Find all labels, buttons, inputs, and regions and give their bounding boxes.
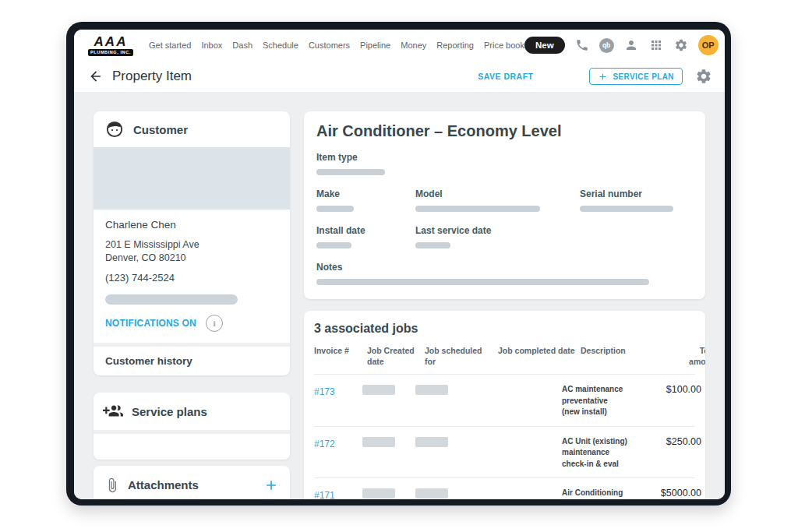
add-attachment-button[interactable] [263, 477, 279, 493]
make-label: Make [316, 188, 415, 199]
notes-value-bar [316, 279, 649, 285]
save-draft-button[interactable]: SAVE DRAFT [478, 72, 533, 81]
notes-label: Notes [316, 262, 693, 273]
app-window: AAA PLUMBING, INC. Get started Inbox Das… [74, 30, 725, 499]
model-value-bar [415, 206, 540, 212]
column-header-description: Description [581, 346, 673, 357]
make-value-bar [316, 206, 354, 212]
customer-address: 201 E Mississippi Ave Denver, CO 80210 [105, 238, 278, 264]
apps-grid-icon[interactable] [648, 37, 664, 53]
paperclip-icon [104, 477, 120, 493]
service-plan-button-label: SERVICE PLAN [613, 72, 674, 81]
column-header-job-created-date: Job Created date [367, 346, 425, 367]
nav-item-price-book[interactable]: Price book [484, 41, 524, 50]
customer-card-title: Customer [133, 123, 188, 136]
redacted-date-bar [362, 437, 395, 447]
redacted-date-bar [415, 488, 448, 499]
nav-item-schedule[interactable]: Schedule [263, 41, 298, 50]
redacted-date-bar [415, 385, 448, 395]
dates-row: Install date Last service date [316, 225, 693, 248]
redacted-date-bar [362, 385, 395, 395]
group-add-icon [103, 401, 123, 421]
customer-phone: (123) 744-2524 [105, 272, 278, 284]
make-field: Make [316, 188, 415, 212]
column-header-invoice: Invoice # [314, 346, 367, 357]
new-button[interactable]: New [524, 37, 565, 54]
nav-item-dash[interactable]: Dash [232, 41, 252, 50]
model-field: Model [415, 188, 580, 212]
jobs-table-header: Invoice # Job Created date Job scheduled… [314, 346, 695, 374]
table-row: #171 Air Conditioning Install $5000.00 [314, 477, 695, 499]
info-icon[interactable]: i [206, 315, 223, 332]
column-header-job-completed-date: Job completed date [498, 346, 581, 357]
job-description: AC Unit (existing) maintenance check-in … [562, 436, 655, 470]
item-title: Air Conditioner – Economy Level [316, 122, 693, 140]
serial-number-label: Serial number [580, 188, 693, 199]
person-icon[interactable] [623, 37, 639, 53]
nav-menu: Get started Inbox Dash Schedule Customer… [149, 41, 524, 50]
customer-card-header[interactable]: Customer [94, 111, 290, 147]
invoice-link[interactable]: #172 [314, 439, 335, 449]
customer-history-link[interactable]: Customer history [94, 347, 290, 375]
last-service-date-field: Last service date [415, 225, 693, 248]
redacted-date-bar [362, 488, 395, 499]
customer-card: Customer Charlene Chen 201 E Mississippi… [94, 111, 290, 375]
invoice-link[interactable]: #171 [314, 490, 335, 499]
nav-item-inbox[interactable]: Inbox [201, 41, 222, 50]
associated-jobs-card: 3 associated jobs Invoice # Job Created … [304, 311, 705, 499]
job-description: Air Conditioning Install [562, 488, 655, 499]
content-area: Customer Charlene Chen 201 E Mississippi… [74, 92, 725, 499]
job-description: AC maintenance preventative (new install… [562, 384, 655, 418]
customer-name: Charlene Chen [105, 219, 278, 231]
job-amount: $250.00 [655, 436, 701, 447]
item-type-field: Item type [316, 152, 693, 175]
nav-item-money[interactable]: Money [401, 41, 426, 50]
last-service-date-label: Last service date [415, 225, 693, 236]
install-date-label: Install date [316, 225, 415, 236]
invoice-link[interactable]: #173 [314, 386, 335, 397]
notifications-toggle[interactable]: NOTIFICATIONS ON [105, 318, 196, 329]
quickbooks-icon[interactable]: qb [599, 38, 614, 53]
item-type-label: Item type [316, 152, 693, 163]
nav-item-pipeline[interactable]: Pipeline [360, 41, 390, 50]
service-plans-header[interactable]: Service plans [94, 393, 290, 430]
device-frame: AAA PLUMBING, INC. Get started Inbox Das… [66, 22, 731, 506]
install-date-field: Install date [316, 225, 415, 248]
phone-icon[interactable] [574, 37, 590, 53]
logo-subtext: PLUMBING, INC. [88, 49, 133, 56]
settings-gear-icon[interactable] [695, 68, 712, 85]
left-column: Customer Charlene Chen 201 E Mississippi… [94, 111, 290, 499]
customer-face-icon [105, 120, 124, 139]
company-logo[interactable]: AAA PLUMBING, INC. [82, 35, 139, 56]
job-amount: $100.00 [655, 384, 701, 395]
nav-item-get-started[interactable]: Get started [149, 41, 191, 50]
item-type-value-bar [316, 169, 385, 175]
back-arrow-icon[interactable] [88, 69, 104, 84]
nav-item-reporting[interactable]: Reporting [436, 41, 474, 50]
customer-info: Charlene Chen 201 E Mississippi Ave Denv… [94, 210, 290, 343]
service-plans-empty [94, 434, 290, 460]
page-header: Property Item SAVE DRAFT SERVICE PLAN [74, 61, 725, 92]
job-amount: $5000.00 [655, 488, 701, 499]
page: AAA PLUMBING, INC. Get started Inbox Das… [0, 0, 798, 532]
service-plan-button[interactable]: SERVICE PLAN [589, 68, 683, 85]
gear-icon[interactable] [673, 37, 689, 53]
serial-number-value-bar [580, 206, 673, 212]
logo-text: AAA [94, 35, 128, 48]
associated-jobs-title: 3 associated jobs [314, 322, 695, 336]
table-row: #172 AC Unit (existing) maintenance chec… [314, 426, 695, 478]
column-header-total-amount: Total amount [673, 346, 705, 367]
plus-icon [263, 477, 279, 493]
user-avatar[interactable]: OP [698, 35, 719, 55]
make-model-serial-row: Make Model Serial number [316, 188, 693, 212]
plus-icon [598, 72, 608, 82]
nav-item-customers[interactable]: Customers [309, 41, 350, 50]
main-column: Air Conditioner – Economy Level Item typ… [304, 111, 705, 499]
service-plans-card: Service plans [94, 393, 290, 460]
redacted-date-bar [415, 437, 448, 447]
last-service-date-value-bar [415, 242, 450, 248]
serial-number-field: Serial number [580, 188, 693, 212]
property-item-card: Air Conditioner – Economy Level Item typ… [304, 111, 705, 299]
attachments-header: Attachments [94, 466, 290, 499]
attachments-title: Attachments [128, 478, 199, 491]
